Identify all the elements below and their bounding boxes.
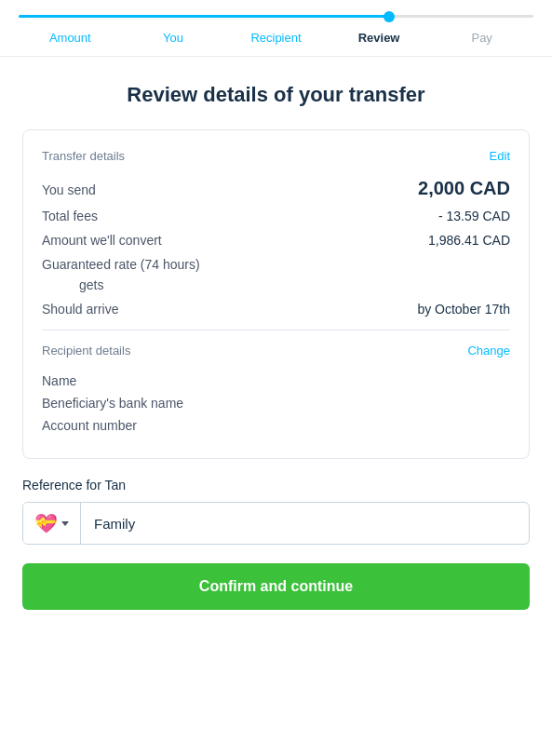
chevron-down-icon [61, 521, 69, 526]
main-content: Review details of your transfer Transfer… [0, 57, 552, 632]
card-divider [42, 330, 510, 331]
progress-track [19, 15, 533, 18]
transfer-details-card: Transfer details Edit You send 2,000 CAD… [22, 129, 530, 459]
step-recipient[interactable]: Recipient [224, 31, 328, 45]
confirm-button[interactable]: Confirm and continue [22, 563, 530, 610]
recipient-bank-row: Beneficiary's bank name [42, 395, 510, 412]
gets-row: gets [42, 277, 510, 292]
convert-value: 1,986.41 CAD [428, 233, 510, 248]
progress-dot [384, 11, 395, 22]
step-pay[interactable]: Pay [430, 31, 533, 45]
arrive-row: Should arrive by October 17th [42, 302, 510, 317]
guaranteed-rate-label: Guaranteed rate (74 hours) [42, 257, 200, 272]
guaranteed-rate-row: Guaranteed rate (74 hours) [42, 257, 510, 272]
emoji-icon: 💝 [34, 512, 58, 534]
reference-input-row[interactable]: 💝 [22, 502, 530, 545]
arrive-value: by October 17th [417, 302, 510, 317]
reference-label: Reference for Tan [22, 478, 530, 493]
convert-row: Amount we'll convert 1,986.41 CAD [42, 233, 510, 248]
reference-input[interactable] [81, 505, 529, 543]
emoji-selector[interactable]: 💝 [23, 503, 81, 544]
recipient-details-title: Recipient details [42, 344, 130, 358]
you-send-value: 2,000 CAD [418, 178, 510, 199]
step-review[interactable]: Review [328, 31, 431, 45]
recipient-bank-label: Beneficiary's bank name [42, 396, 183, 411]
step-amount[interactable]: Amount [19, 31, 122, 45]
reference-section: Reference for Tan 💝 [22, 478, 530, 545]
recipient-name-label: Name [42, 373, 76, 388]
gets-label: gets [79, 277, 103, 292]
total-fees-label: Total fees [42, 209, 98, 223]
steps-nav: Amount You Recipient Review Pay [19, 27, 533, 45]
transfer-details-title: Transfer details [42, 149, 125, 163]
progress-fill [19, 15, 389, 18]
total-fees-value: - 13.59 CAD [438, 209, 510, 223]
edit-link[interactable]: Edit [490, 149, 510, 163]
recipient-account-row: Account number [42, 417, 510, 434]
recipient-details-header: Recipient details Change [42, 344, 510, 358]
step-you[interactable]: You [122, 31, 225, 45]
you-send-label: You send [42, 182, 96, 197]
recipient-name-row: Name [42, 372, 510, 389]
arrive-label: Should arrive [42, 302, 119, 317]
you-send-row: You send 2,000 CAD [42, 178, 510, 199]
total-fees-row: Total fees - 13.59 CAD [42, 209, 510, 223]
transfer-details-header: Transfer details Edit [42, 149, 510, 163]
convert-label: Amount we'll convert [42, 233, 162, 248]
recipient-account-label: Account number [42, 418, 137, 433]
change-link[interactable]: Change [467, 344, 510, 358]
page-title: Review details of your transfer [22, 83, 530, 107]
progress-container: Amount You Recipient Review Pay [0, 0, 552, 45]
